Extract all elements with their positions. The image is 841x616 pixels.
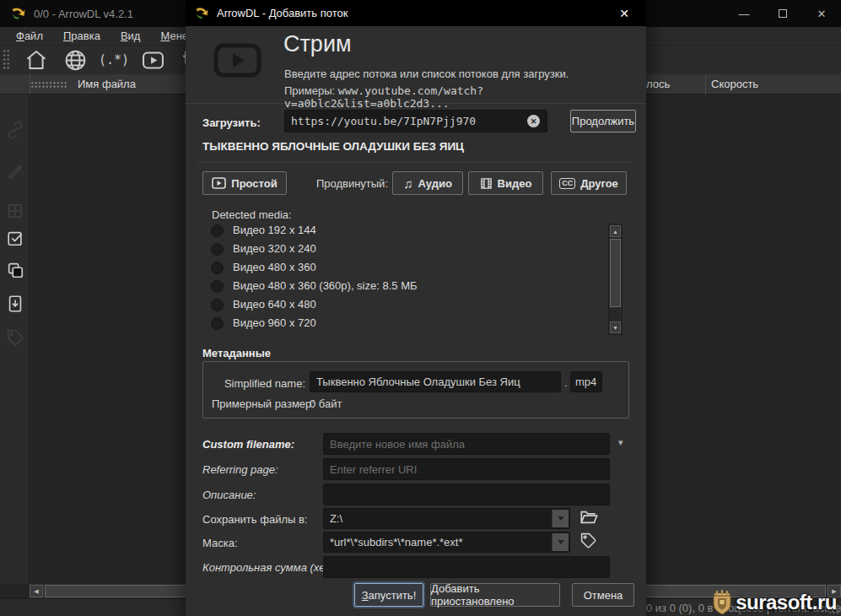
- grid-button[interactable]: [5, 201, 24, 220]
- save-to-dropdown-button[interactable]: [552, 510, 569, 527]
- copy-button[interactable]: [5, 260, 24, 279]
- custom-filename-input[interactable]: [323, 433, 610, 455]
- examples-label: Примеры:: [284, 84, 335, 97]
- simplified-name-input[interactable]: [310, 371, 561, 392]
- media-radio[interactable]: [211, 299, 224, 311]
- download-file-button[interactable]: [5, 294, 24, 313]
- tag-icon[interactable]: [580, 532, 597, 549]
- arrow-left-icon: ◀: [34, 588, 38, 595]
- arrow-up-icon: ▲: [612, 229, 618, 235]
- folder-icon[interactable]: [579, 508, 598, 527]
- toolbar-drag-handle[interactable]: [3, 49, 10, 71]
- home-icon: [24, 48, 48, 72]
- divider: [197, 162, 634, 163]
- mask-combobox[interactable]: *url*\*subdirs*\*name*.*ext*: [323, 532, 570, 553]
- select-all-button[interactable]: [5, 228, 24, 247]
- grid-icon: [6, 202, 24, 220]
- cc-icon: CC: [559, 178, 575, 189]
- cancel-button[interactable]: Отмена: [572, 583, 634, 607]
- column-speed[interactable]: Скорость: [711, 78, 758, 90]
- description-input[interactable]: [323, 484, 610, 505]
- watermark-text: surasoft.ru: [736, 591, 837, 614]
- url-input[interactable]: [284, 110, 547, 132]
- media-radio[interactable]: [211, 280, 224, 293]
- mask-dropdown-button[interactable]: [552, 533, 569, 551]
- media-item[interactable]: Видео 320 x 240: [233, 242, 316, 255]
- minimize-button[interactable]: —: [725, 0, 763, 27]
- clear-url-button[interactable]: ✕: [527, 115, 540, 127]
- scrollbar-thumb[interactable]: [610, 239, 621, 307]
- link-button[interactable]: [5, 120, 24, 139]
- maximize-button[interactable]: [763, 0, 802, 27]
- file-download-icon: [6, 294, 24, 313]
- app-logo-icon: [195, 7, 209, 19]
- start-button[interactable]: Запустить!: [354, 583, 423, 607]
- web-button[interactable]: [62, 47, 89, 73]
- tag-icon: [6, 328, 24, 347]
- extension-separator: .: [564, 376, 568, 389]
- music-note-icon: ♫: [403, 176, 412, 191]
- media-radio[interactable]: [211, 224, 224, 237]
- estimated-size-value: 0 байт: [310, 397, 342, 410]
- left-toolbar: [0, 95, 30, 584]
- referring-page-label: Referring page:: [202, 463, 278, 476]
- chevron-down-icon[interactable]: ▾: [618, 437, 623, 448]
- regex-button[interactable]: (.*): [100, 47, 127, 73]
- media-radio[interactable]: [211, 262, 224, 274]
- dialog-heading: Стрим: [283, 31, 352, 57]
- media-item[interactable]: Видео 960 x 720: [233, 316, 316, 329]
- clear-icon: ✕: [531, 117, 537, 126]
- advanced-label: Продвинутый:: [287, 177, 388, 190]
- desktop: 0/0 - ArrowDL v4.2.1 — ✕ Файл Правка Вид…: [0, 0, 841, 616]
- menu-view[interactable]: Вид: [111, 28, 150, 44]
- tag-rail-button[interactable]: [5, 327, 24, 347]
- continue-button[interactable]: Продолжить: [570, 110, 636, 132]
- scroll-up-button[interactable]: ▲: [610, 225, 621, 237]
- dialog-examples: Примеры: www.youtube.com/watch?v=a0blc2&…: [284, 84, 646, 110]
- estimated-size-label: Примерный размер:: [212, 397, 315, 410]
- chevron-down-icon: [558, 540, 564, 544]
- menu-file[interactable]: Файл: [7, 28, 52, 44]
- menu-edit[interactable]: Правка: [54, 28, 110, 44]
- add-paused-button[interactable]: Добавить приостановлено: [430, 583, 560, 607]
- video-title: ТЫКВЕННО ЯБЛОЧНЫЕ ОЛАДУШКИ БЕЗ ЯИЦ: [202, 140, 464, 153]
- home-button[interactable]: [23, 47, 50, 73]
- dialog-close-button[interactable]: ✕: [614, 5, 634, 22]
- pen-button[interactable]: [5, 160, 24, 180]
- dialog-header: Стрим Введите адрес потока или список по…: [186, 26, 646, 104]
- video-mode-button[interactable]: Видео: [468, 171, 543, 195]
- dialog-title: ArrowDL - Добавить поток: [217, 7, 348, 19]
- maximize-icon: [779, 9, 787, 18]
- extension-input[interactable]: [570, 371, 602, 392]
- media-radio[interactable]: [211, 317, 224, 330]
- save-to-combobox[interactable]: Z:\: [323, 508, 570, 529]
- scroll-left-button[interactable]: ◀: [30, 585, 43, 597]
- media-item[interactable]: Видео 480 x 360 (360p), size: 8.5 МБ: [233, 279, 418, 292]
- scroll-down-button[interactable]: ▼: [610, 322, 621, 333]
- add-stream-button[interactable]: [139, 47, 166, 73]
- simple-mode-button[interactable]: Простой: [202, 171, 287, 195]
- checksum-input[interactable]: [323, 556, 610, 578]
- column-remaining[interactable]: лось: [646, 78, 670, 90]
- referring-page-input[interactable]: [323, 458, 610, 480]
- column-divider[interactable]: [705, 74, 706, 95]
- pen-icon: [6, 161, 24, 180]
- media-item[interactable]: Видео 640 x 480: [233, 298, 316, 311]
- column-filename[interactable]: Имя файла: [78, 78, 136, 90]
- audio-mode-button[interactable]: ♫ Аудио: [392, 171, 463, 195]
- crest-icon: [709, 588, 735, 616]
- media-item[interactable]: Видео 192 x 144: [233, 224, 316, 236]
- column-divider: [30, 74, 30, 95]
- play-box-icon: [212, 177, 226, 189]
- play-badge-icon: [213, 43, 261, 78]
- watermark: surasoft.ru: [709, 588, 837, 616]
- column-drag-handle[interactable]: [30, 81, 67, 89]
- media-item[interactable]: Видео 480 x 360: [233, 261, 316, 273]
- dialog-subtitle: Введите адрес потока или список потоков …: [284, 68, 569, 80]
- media-scrollbar[interactable]: ▲ ▼: [608, 224, 623, 335]
- globe-icon: [63, 48, 88, 73]
- close-button[interactable]: ✕: [802, 0, 841, 27]
- media-radio[interactable]: [211, 243, 224, 256]
- checksum-label: Контрольная сумма (хеш):: [202, 561, 341, 574]
- other-mode-button[interactable]: CC Другое: [551, 171, 627, 195]
